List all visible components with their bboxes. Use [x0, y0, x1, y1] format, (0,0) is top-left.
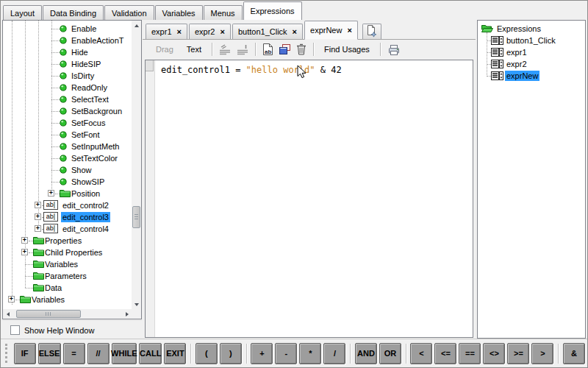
tree-item-settextcolor[interactable]: SetTextColor	[3, 152, 132, 164]
keyword-button-else[interactable]: ELSE	[38, 343, 61, 364]
keyword-button-exit[interactable]: EXIT	[164, 343, 186, 364]
expand-plus-icon[interactable]: +	[35, 225, 41, 232]
delete-icon[interactable]	[296, 43, 306, 55]
tree-item-exprnew[interactable]: exprNew	[478, 70, 585, 82]
expression-tab-expr1[interactable]: expr1×	[146, 24, 187, 39]
keyword-button-symbol[interactable]: (	[196, 343, 218, 364]
tree-item-setbackgroun[interactable]: SetBackgroun	[3, 105, 132, 117]
keyword-button-symbol[interactable]: +	[251, 343, 273, 364]
keyword-button-symbol[interactable]: //	[87, 343, 110, 364]
tree-item-data[interactable]: Data	[3, 282, 132, 294]
expand-plus-icon[interactable]: +	[48, 190, 54, 197]
tree-item-expressions[interactable]: Expressions	[478, 23, 585, 35]
keyword-button-symbol[interactable]: &	[563, 343, 585, 364]
keyword-button-symbol[interactable]: >=	[507, 343, 529, 364]
tree-connector	[51, 158, 60, 159]
tree-item-expr1[interactable]: expr1	[478, 46, 585, 58]
toolbar-separator	[212, 43, 212, 56]
rename-icon[interactable]: ab	[262, 43, 273, 55]
scroll-down-button[interactable]	[132, 300, 141, 309]
keyword-button-symbol[interactable]: ==	[459, 343, 481, 364]
tree-item-setinputmeth[interactable]: SetInputMeth	[3, 141, 132, 152]
windows-icon[interactable]	[279, 44, 290, 54]
keyword-button-symbol[interactable]: >	[531, 343, 553, 364]
show-help-checkbox[interactable]	[10, 325, 20, 335]
close-tab-icon[interactable]: ×	[347, 26, 351, 34]
tree-item-enable[interactable]: Enable	[3, 23, 132, 35]
find-usages-button[interactable]: Find Usages	[324, 45, 370, 54]
tree-item-selecttext[interactable]: SelectText	[3, 93, 132, 105]
tree-item-properties[interactable]: +Properties	[3, 235, 132, 247]
close-tab-icon[interactable]: ×	[177, 28, 182, 35]
keyword-button-symbol[interactable]: *	[299, 343, 321, 364]
expressions-tree[interactable]: Expressionsbutton1_Clickexpr1expr2exprNe…	[478, 21, 585, 338]
code-editor[interactable]: edit_control1 = "hello world" & 42	[145, 60, 473, 338]
tab-expressions[interactable]: Expressions	[243, 1, 302, 20]
print-icon[interactable]	[387, 44, 401, 55]
tree-item-child-properties[interactable]: +Child Properties	[3, 247, 132, 258]
vertical-scrollbar[interactable]	[132, 21, 141, 309]
tab-menus[interactable]: Menus	[204, 5, 243, 20]
tree-item-isdirty[interactable]: IsDirty	[3, 70, 132, 82]
controls-tree[interactable]: EnableEnableActionTHideHideSIPIsDirtyRea…	[3, 21, 132, 309]
tree-item-edit-control4[interactable]: +ab|edit_control4	[3, 223, 132, 235]
close-tab-icon[interactable]: ×	[220, 28, 225, 35]
tree-item-setfont[interactable]: SetFont	[3, 129, 132, 141]
tab-variables[interactable]: Variables	[155, 5, 203, 20]
toolbar-gripper[interactable]	[5, 344, 9, 363]
scrollbar-corner	[132, 309, 141, 319]
horizontal-scroll-thumb[interactable]	[16, 310, 81, 318]
horizontal-scrollbar[interactable]	[3, 309, 132, 319]
tab-validation[interactable]: Validation	[104, 5, 154, 20]
expand-plus-icon[interactable]: +	[21, 237, 28, 244]
tree-item-readonly[interactable]: ReadOnly	[3, 82, 132, 93]
expand-plus-icon[interactable]: +	[35, 213, 41, 220]
tree-item-show[interactable]: Show	[3, 164, 132, 176]
expression-tab-expr2[interactable]: expr2×	[189, 24, 231, 39]
tree-connector	[51, 64, 60, 65]
tree-item-hide[interactable]: Hide	[3, 46, 132, 58]
tree-item-parameters[interactable]: Parameters	[3, 270, 132, 282]
keyword-button-and[interactable]: AND	[355, 343, 377, 364]
scroll-right-button[interactable]	[122, 309, 132, 319]
expand-plus-icon[interactable]: +	[35, 202, 41, 208]
tree-item-variables[interactable]: Variables	[3, 258, 132, 270]
expression-editor-panel: expr1×expr2×button1_Click×exprNew× DragT…	[143, 20, 476, 339]
expression-tab-button1-click[interactable]: button1_Click×	[232, 24, 303, 39]
keyword-button-symbol[interactable]: <	[410, 343, 432, 364]
tree-item-variables[interactable]: +Variables	[3, 294, 132, 305]
keyword-button-symbol[interactable]: )	[220, 343, 242, 364]
tree-item-button1-click[interactable]: button1_Click	[478, 35, 585, 46]
tree-item-showsip[interactable]: ShowSIP	[3, 176, 132, 188]
code-line[interactable]: edit_control1 = "hello world" & 42	[161, 65, 342, 75]
tab-data-binding[interactable]: Data Binding	[43, 5, 104, 20]
method-icon	[60, 84, 67, 93]
tree-item-enableactiont[interactable]: EnableActionT	[3, 35, 132, 46]
expand-plus-icon[interactable]: +	[21, 249, 28, 255]
keyword-button-or[interactable]: OR	[379, 343, 401, 364]
keyword-button-symbol[interactable]: <>	[483, 343, 505, 364]
keyword-button-symbol[interactable]: -	[275, 343, 297, 364]
tree-item-setfocus[interactable]: SetFocus	[3, 117, 132, 129]
tree-item-edit-control3[interactable]: +ab|edit_control3	[3, 211, 132, 223]
text-button[interactable]: Text	[187, 45, 201, 54]
tab-layout[interactable]: Layout	[3, 5, 42, 20]
tree-item-hidesip[interactable]: HideSIP	[3, 58, 132, 70]
expand-plus-icon[interactable]: +	[8, 296, 15, 302]
expression-tab-exprnew[interactable]: exprNew×	[304, 21, 358, 40]
new-expression-tab-button[interactable]	[362, 24, 381, 39]
keyword-button-symbol[interactable]: =	[63, 343, 85, 364]
close-tab-icon[interactable]: ×	[293, 28, 297, 35]
vertical-scroll-thumb[interactable]	[132, 206, 140, 228]
keyword-button-while[interactable]: WHILE	[112, 343, 137, 364]
keyword-button-symbol[interactable]: <=	[434, 343, 456, 364]
keyword-button-if[interactable]: IF	[14, 343, 36, 364]
keyword-button-call[interactable]: CALL	[139, 343, 162, 364]
tree-item-position[interactable]: +Position	[3, 188, 132, 199]
scroll-up-button[interactable]	[132, 21, 141, 30]
scroll-left-button[interactable]	[3, 309, 12, 319]
keyword-button-symbol[interactable]: /	[323, 343, 345, 364]
expr-item-icon	[491, 36, 503, 46]
tree-item-expr2[interactable]: expr2	[478, 58, 585, 70]
tree-item-edit-control2[interactable]: +ab|edit_control2	[3, 199, 132, 211]
